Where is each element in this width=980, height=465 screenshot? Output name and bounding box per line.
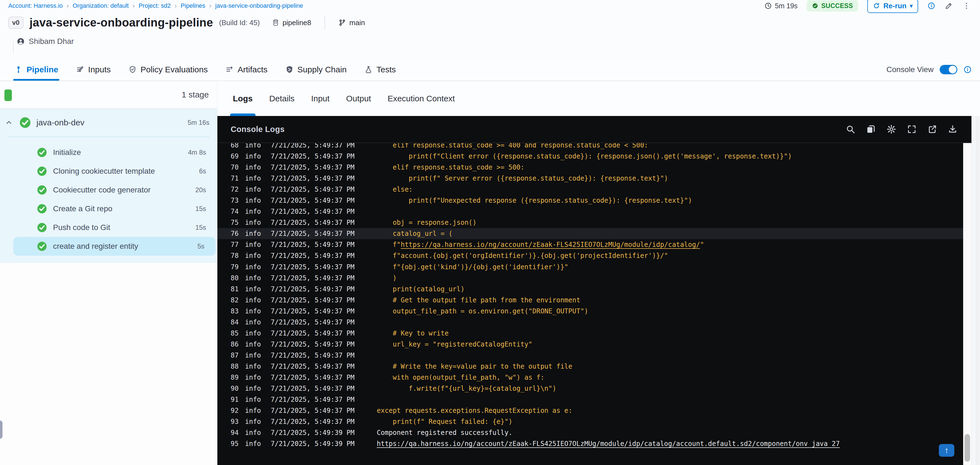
duration-label: 5m 19s xyxy=(775,2,797,10)
log-tab-input[interactable]: Input xyxy=(311,81,329,116)
log-row: 80info7/21/2025, 5:49:37 PM ) xyxy=(217,273,963,284)
log-row: 84info7/21/2025, 5:49:37 PM xyxy=(217,317,963,328)
tab-tests[interactable]: Tests xyxy=(364,59,396,81)
git-branch-icon xyxy=(338,19,346,27)
repo-meta[interactable]: pipeline8 xyxy=(272,19,311,27)
log-row: 95info7/21/2025, 5:49:39 PMhttps://qa.ha… xyxy=(217,438,963,449)
log-level: info xyxy=(245,197,261,204)
main-tab-bar: PipelineInputsPolicy EvaluationsArtifact… xyxy=(0,59,980,81)
kebab-menu-icon[interactable] xyxy=(963,2,970,10)
fullscreen-icon[interactable] xyxy=(907,124,917,134)
log-line-number: 74 xyxy=(231,208,239,215)
stage-row[interactable]: java-onb-dev 5m 16s xyxy=(0,109,217,136)
top-bar: Account: Harness.io›Organization: defaul… xyxy=(0,0,980,10)
log-row: 70info7/21/2025, 5:49:37 PM elif respons… xyxy=(217,162,963,173)
step-row-cookiecutter-code-generator[interactable]: Cookiecutter code generator20s xyxy=(0,181,217,199)
toggle-knob xyxy=(949,66,956,73)
log-link[interactable]: https://qa.harness.io/ng/account/zEaak-F… xyxy=(377,440,840,448)
log-level: info xyxy=(245,163,261,171)
log-line-number: 89 xyxy=(231,374,239,381)
breadcrumb-item-pipelines[interactable]: Pipelines xyxy=(181,2,205,10)
log-tab-logs[interactable]: Logs xyxy=(233,81,253,116)
copy-icon[interactable] xyxy=(866,124,876,134)
console-view-toggle[interactable] xyxy=(940,65,957,74)
log-message: catalog_url = ( xyxy=(377,230,453,238)
step-duration: 15s xyxy=(195,205,206,213)
log-tab-output[interactable]: Output xyxy=(346,81,371,116)
inputs-icon xyxy=(76,65,84,74)
tab-inputs[interactable]: Inputs xyxy=(76,59,111,81)
console-header: Console Logs xyxy=(217,116,971,143)
console-scrollbar[interactable] xyxy=(963,143,971,465)
log-message: print(f"Unexpected response ({response.s… xyxy=(377,197,692,204)
triggered-by: Shibam Dhar xyxy=(17,37,972,46)
settings-icon[interactable] xyxy=(886,124,896,134)
log-line-number: 72 xyxy=(231,186,239,193)
log-message: f.write(f"{url_key}={catalog_url}\n") xyxy=(377,385,556,392)
breadcrumb-item-organization[interactable]: Organization: default xyxy=(73,2,129,10)
log-line-number: 88 xyxy=(231,363,239,370)
scroll-to-top-button[interactable]: ↑ xyxy=(939,444,954,457)
log-level: info xyxy=(245,418,261,425)
tab-pipeline[interactable]: Pipeline xyxy=(14,59,58,81)
step-name: Cookiecutter code generator xyxy=(53,186,151,194)
log-line-number: 80 xyxy=(231,274,239,282)
step-row-create-a-git-repo[interactable]: Create a Git repo15s xyxy=(0,199,217,218)
console-scrollbar-thumb[interactable] xyxy=(964,434,970,462)
breadcrumb-separator: › xyxy=(209,2,211,10)
log-level: info xyxy=(245,208,261,215)
breadcrumb-item-project[interactable]: Project: sd2 xyxy=(138,2,171,10)
log-timestamp: 7/21/2025, 5:49:37 PM xyxy=(271,374,355,381)
console-view-info-icon[interactable] xyxy=(963,65,972,74)
branch-meta[interactable]: main xyxy=(338,19,365,27)
log-tab-execution-context[interactable]: Execution Context xyxy=(388,81,455,116)
log-message: # Get the output file path from the envi… xyxy=(377,296,580,304)
search-icon[interactable] xyxy=(845,124,856,134)
log-level: info xyxy=(245,274,261,282)
breadcrumb-item-account[interactable]: Account: Harness.io xyxy=(8,2,63,10)
step-success-icon xyxy=(37,222,48,233)
log-line-number: 71 xyxy=(231,175,239,182)
log-level: info xyxy=(245,374,261,381)
chevron-up-icon[interactable] xyxy=(5,119,13,127)
log-row: 82info7/21/2025, 5:49:37 PM # Get the ou… xyxy=(217,295,963,306)
log-tab-details[interactable]: Details xyxy=(269,81,295,116)
breadcrumb-separator: › xyxy=(175,2,177,10)
log-line-number: 90 xyxy=(231,385,239,392)
log-timestamp: 7/21/2025, 5:49:39 PM xyxy=(271,440,355,448)
clock-icon xyxy=(764,2,772,10)
page-scrollbar[interactable] xyxy=(975,116,980,465)
edit-pencil-icon[interactable] xyxy=(945,2,953,10)
open-in-new-icon[interactable] xyxy=(927,124,937,134)
log-link[interactable]: https://qa.harness.io/ng/account/zEaak-F… xyxy=(401,241,700,249)
log-line-number: 87 xyxy=(231,352,239,359)
stage-minimap-chip[interactable] xyxy=(5,89,12,101)
title-block: v0 java-service-onboarding-pipeline (Bui… xyxy=(0,10,980,59)
breadcrumb-item-java-service-onboarding-pipeline[interactable]: java-service-onboarding-pipeline xyxy=(215,2,303,10)
log-row: 94info7/21/2025, 5:49:39 PMComponent reg… xyxy=(217,427,963,438)
page-title: java-service-onboarding-pipeline xyxy=(30,16,213,29)
log-timestamp: 7/21/2025, 5:49:37 PM xyxy=(271,197,355,204)
log-row: 72info7/21/2025, 5:49:37 PM else: xyxy=(217,184,963,195)
download-icon[interactable] xyxy=(948,124,958,134)
log-message: with open(output_file_path, "w") as f: xyxy=(377,374,544,381)
log-message: print(f" Server error ({response.status_… xyxy=(377,175,668,182)
tab-policy-evaluations[interactable]: Policy Evaluations xyxy=(129,59,208,81)
log-tab-bar: LogsDetailsInputOutputExecution Context xyxy=(217,81,980,116)
repo-name: pipeline8 xyxy=(283,19,311,27)
step-row-push-code-to-git[interactable]: Push code to Git15s xyxy=(0,218,217,237)
log-level: info xyxy=(245,263,261,271)
step-row-cloning-cookiecutter-template[interactable]: Cloning cookiecutter template6s xyxy=(0,162,217,181)
info-icon[interactable] xyxy=(928,2,935,10)
log-line-number: 79 xyxy=(231,263,239,271)
tab-artifacts[interactable]: Artifacts xyxy=(225,59,267,81)
step-row-initialize[interactable]: Initialize4m 8s xyxy=(0,143,217,162)
tab-supply-chain[interactable]: Supply Chain xyxy=(285,59,347,81)
step-row-create-and-register-entity[interactable]: create and register entity5s xyxy=(13,237,215,256)
log-timestamp: 7/21/2025, 5:49:37 PM xyxy=(271,285,355,293)
console-panel: Console Logs 68info7/21/2025, 5:49:37 PM… xyxy=(217,116,971,465)
log-line-number: 83 xyxy=(231,307,239,315)
log-line-number: 76 xyxy=(231,230,239,238)
panel-resize-handle[interactable] xyxy=(0,421,3,439)
step-duration: 4m 8s xyxy=(188,149,206,156)
